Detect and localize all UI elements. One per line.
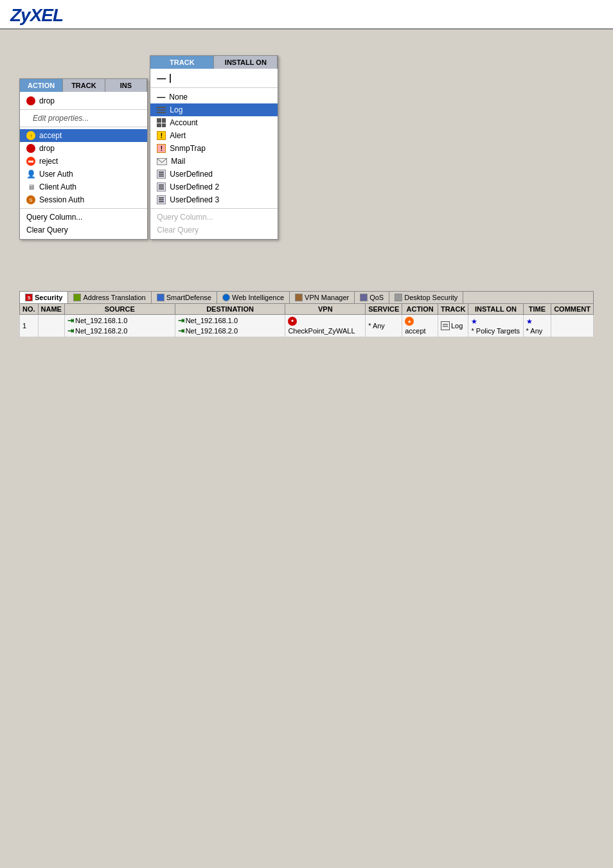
col-source: SOURCE xyxy=(64,304,175,315)
source-net2-label: Net_192.168.2.0 xyxy=(75,327,127,335)
action-dropdown-header: ACTION TRACK INS xyxy=(20,79,147,92)
userdefined-item[interactable]: UserDefined xyxy=(150,168,278,181)
tab-qos[interactable]: QoS xyxy=(355,292,389,303)
user-auth-label: User Auth xyxy=(39,170,73,179)
col-service: SERVICE xyxy=(366,304,402,315)
snmptrap-label: SnmpTrap xyxy=(170,144,206,153)
clear-query-label: Clear Query xyxy=(26,226,68,235)
table-row: 1 ⇥ Net_192.168.1.0 ⇥ Net_192.168.2.0 xyxy=(20,315,594,337)
source-arrow1: ⇥ xyxy=(67,316,74,325)
log-icon xyxy=(157,105,166,114)
tab-address-translation[interactable]: Address Translation xyxy=(68,292,151,303)
web-tab-icon xyxy=(222,294,230,301)
desktop-tab-icon xyxy=(395,294,402,301)
drop-item-label: drop xyxy=(39,144,55,153)
tab-vpn-manager[interactable]: VPN Manager xyxy=(290,292,355,303)
alert-label: Alert xyxy=(170,131,186,140)
track-dropdown: TRACK INSTALL ON — — None xyxy=(150,55,278,240)
drop-label: drop xyxy=(39,96,55,105)
source-arrow2: ⇥ xyxy=(67,326,74,335)
userdefined2-item[interactable]: UserDefined 2 xyxy=(150,181,278,193)
vpn-tab-label: VPN Manager xyxy=(305,294,349,301)
smart-tab-icon xyxy=(157,294,164,301)
track-dropdown-body: — — None Log xyxy=(150,69,278,239)
accept-action-icon: ● xyxy=(405,317,414,326)
track-header-cell: TRACK xyxy=(63,79,105,92)
install-on-star: ★ xyxy=(471,317,477,326)
dest-net1: ⇥ Net_192.168.1.0 xyxy=(178,316,238,325)
dest-net2-label: Net_192.168.2.0 xyxy=(186,327,238,335)
drop-item[interactable]: drop xyxy=(20,142,147,155)
query-column-label: Query Column... xyxy=(26,213,82,222)
clear-query-item[interactable]: Clear Query xyxy=(20,224,147,236)
account-item[interactable]: Account xyxy=(150,116,278,129)
alert-icon: ! xyxy=(157,131,166,140)
action-content: ● accept xyxy=(405,317,435,335)
time-content: ★ * Any xyxy=(526,317,549,335)
track-separator1 xyxy=(150,87,278,88)
col-action: ACTION xyxy=(402,304,438,315)
tab-security[interactable]: S Security xyxy=(20,292,68,303)
cell-install-on: ★ * Policy Targets xyxy=(468,315,523,337)
qos-tab-label: QoS xyxy=(369,294,384,301)
cell-time: ★ * Any xyxy=(523,315,551,337)
tab-desktop-security[interactable]: Desktop Security xyxy=(389,292,463,303)
accept-icon-shape: ↑ xyxy=(26,131,35,140)
mail-icon xyxy=(157,158,167,165)
query-column-track-label: Query Column... xyxy=(157,213,213,222)
cell-track: Log xyxy=(438,315,468,337)
userdefined2-label: UserDefined 2 xyxy=(170,182,219,191)
userdefined2-icon xyxy=(157,182,166,191)
current-drop-row: drop xyxy=(20,94,147,107)
none-item[interactable]: — None xyxy=(150,90,278,103)
log-label: Log xyxy=(170,105,182,114)
dest-arrow1: ⇥ xyxy=(178,316,184,325)
account-icon xyxy=(157,118,166,127)
mail-item[interactable]: Mail xyxy=(150,155,278,168)
track-label: Log xyxy=(451,322,463,330)
cursor-indicator xyxy=(170,74,171,83)
log-item[interactable]: Log xyxy=(150,103,278,116)
install-on-content: ★ * Policy Targets xyxy=(471,317,520,335)
track-content: Log xyxy=(441,321,466,330)
smart-tab-label: SmartDefense xyxy=(166,294,211,301)
clear-query-track-item: Clear Query xyxy=(150,224,278,236)
cell-name xyxy=(38,315,64,337)
addr-tab-icon xyxy=(73,294,81,301)
ins-header-cell: INS xyxy=(105,79,147,92)
userdefined3-item[interactable]: UserDefined 3 xyxy=(150,193,278,206)
header: ZyXEL xyxy=(0,0,613,30)
client-auth-item[interactable]: 🖥 Client Auth xyxy=(20,181,147,193)
dest-net2: ⇥ Net_192.168.2.0 xyxy=(178,326,238,335)
action-dropdown-menu: ACTION TRACK INS drop Edit properties...… xyxy=(19,78,148,240)
query-column-item[interactable]: Query Column... xyxy=(20,211,147,224)
none-label: None xyxy=(169,93,188,102)
user-auth-item[interactable]: 👤 User Auth xyxy=(20,168,147,181)
dash-symbol: — xyxy=(157,73,166,84)
session-auth-label: Session Auth xyxy=(39,195,84,204)
tab-web-intelligence[interactable]: Web Intelligence xyxy=(217,292,290,303)
dest-net1-label: Net_192.168.1.0 xyxy=(186,317,238,324)
track-dropdown-header: TRACK INSTALL ON xyxy=(150,56,278,69)
install-on-header: INSTALL ON xyxy=(214,56,278,69)
tab-smartdefense[interactable]: SmartDefense xyxy=(152,292,217,303)
action-header-cell: ACTION xyxy=(20,79,63,92)
session-auth-item[interactable]: S Session Auth xyxy=(20,193,147,206)
clear-query-track-label: Clear Query xyxy=(157,226,199,235)
time-star: ★ xyxy=(526,317,533,326)
time-label: * Any xyxy=(526,327,543,335)
userdefined-icon xyxy=(157,170,166,179)
col-name: NAME xyxy=(38,304,64,315)
log-track-icon xyxy=(441,321,450,330)
alert-item[interactable]: ! Alert xyxy=(150,129,278,142)
snmptrap-item[interactable]: ! SnmpTrap xyxy=(150,142,278,155)
vpn-content: ✦ CheckPoint_ZyWALL xyxy=(288,317,362,335)
reject-item[interactable]: reject xyxy=(20,155,147,168)
edit-properties-item[interactable]: Edit properties... xyxy=(20,112,147,125)
separator1 xyxy=(20,109,147,110)
accept-item[interactable]: ↑ accept xyxy=(20,129,147,142)
reject-label: reject xyxy=(39,157,58,166)
col-no: NO. xyxy=(20,304,39,315)
separator3 xyxy=(20,208,147,209)
checkpoint-icon: ✦ xyxy=(288,317,297,326)
